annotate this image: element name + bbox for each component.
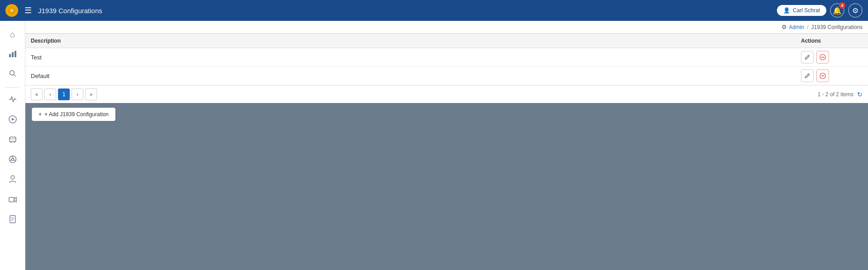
col-header-description: Description — [25, 34, 796, 48]
page-title: J1939 Configurations — [38, 7, 772, 15]
pagination-summary: 1 - 2 of 2 items — [818, 91, 854, 98]
pagination-controls: « ‹ 1 › » — [31, 88, 97, 100]
steering-wheel-icon — [9, 155, 17, 166]
svg-marker-7 — [12, 118, 14, 121]
add-j1939-configuration-button[interactable]: + + Add J1939 Configuration — [32, 108, 116, 121]
add-button-container: + + Add J1939 Configuration — [25, 103, 868, 121]
page-next-button[interactable]: › — [72, 88, 83, 100]
user-button[interactable]: 👤 Carl Schrat — [777, 5, 826, 16]
svg-rect-18 — [9, 197, 14, 202]
cell-description-1: Test — [25, 50, 796, 64]
delete-button-1[interactable] — [816, 51, 829, 64]
video-icon — [9, 196, 17, 205]
bus-icon — [9, 135, 17, 146]
add-button-label: + Add J1939 Configuration — [44, 111, 109, 118]
sidebar-item-play[interactable] — [4, 111, 22, 129]
top-nav-right: 👤 Carl Schrat 🔔 4 ⚙ — [777, 3, 863, 18]
table-row: Test — [25, 48, 868, 67]
svg-point-13 — [11, 158, 14, 160]
notifications-button[interactable]: 🔔 4 — [830, 3, 844, 18]
svg-rect-2 — [12, 52, 14, 57]
svg-point-4 — [10, 70, 14, 75]
notification-badge: 4 — [839, 2, 845, 9]
main-content: ⚙ Admin / J1939 Configurations Descripti… — [25, 21, 868, 270]
sidebar-item-bus[interactable] — [4, 131, 22, 149]
svg-point-17 — [11, 176, 14, 179]
table-header: Description Actions — [25, 34, 868, 48]
user-name: Carl Schrat — [793, 7, 820, 14]
svg-rect-8 — [10, 137, 16, 142]
col-header-actions: Actions — [796, 34, 868, 48]
refresh-icon[interactable]: ↻ — [857, 91, 863, 98]
global-settings-button[interactable]: ⚙ — [848, 3, 863, 18]
sidebar: ⌂ — [0, 21, 25, 270]
app-logo — [5, 4, 18, 17]
breadcrumb-separator: / — [807, 24, 808, 30]
svg-rect-3 — [14, 51, 16, 57]
delete-button-2[interactable] — [816, 69, 829, 82]
pagination-bar: « ‹ 1 › » 1 - 2 of 2 items ↻ — [25, 85, 868, 103]
home-icon: ⌂ — [10, 30, 15, 39]
sidebar-item-gauge[interactable] — [4, 151, 22, 169]
edit-button-1[interactable] — [801, 51, 814, 64]
svg-rect-1 — [9, 54, 11, 57]
user-icon: 👤 — [783, 7, 790, 14]
hamburger-button[interactable]: ☰ — [23, 4, 34, 17]
table-row: Default — [25, 67, 868, 85]
sidebar-item-search[interactable] — [4, 65, 22, 83]
page-number-button[interactable]: 1 — [58, 88, 70, 100]
svg-line-5 — [14, 74, 15, 76]
sidebar-item-home[interactable]: ⌂ — [4, 25, 22, 44]
plus-icon: + — [39, 111, 42, 118]
play-circle-icon — [9, 115, 17, 126]
cell-actions-2 — [796, 67, 868, 85]
svg-line-16 — [14, 160, 15, 161]
breadcrumb-gear-icon: ⚙ — [781, 24, 787, 30]
page-prev-button[interactable]: ‹ — [44, 88, 56, 100]
document-icon — [10, 215, 16, 226]
sidebar-item-document[interactable] — [4, 211, 22, 229]
pagination-info: 1 - 2 of 2 items ↻ — [818, 91, 863, 98]
pulse-icon — [9, 95, 17, 106]
sidebar-item-pulse[interactable] — [4, 91, 22, 109]
svg-line-15 — [10, 160, 11, 161]
content-panel: ⚙ Admin / J1939 Configurations Descripti… — [25, 21, 868, 103]
breadcrumb-current: J1939 Configurations — [811, 24, 863, 30]
svg-point-9 — [10, 141, 11, 142]
data-table: Description Actions Test — [25, 34, 868, 103]
breadcrumb: ⚙ Admin / J1939 Configurations — [25, 21, 868, 34]
sidebar-item-video[interactable] — [4, 191, 22, 209]
chart-icon — [9, 49, 17, 60]
breadcrumb-admin-link[interactable]: Admin — [789, 24, 804, 30]
search-icon — [9, 70, 16, 79]
cell-actions-1 — [796, 48, 868, 66]
svg-point-10 — [14, 141, 15, 142]
sidebar-item-person[interactable] — [4, 171, 22, 189]
page-first-button[interactable]: « — [31, 88, 43, 100]
top-nav: ☰ J1939 Configurations 👤 Carl Schrat 🔔 4… — [0, 0, 868, 21]
gear-icon: ⚙ — [852, 6, 858, 15]
main-layout: ⌂ — [0, 21, 868, 270]
sidebar-item-chart[interactable] — [4, 45, 22, 64]
cell-description-2: Default — [25, 69, 796, 83]
page-last-button[interactable]: » — [85, 88, 97, 100]
edit-button-2[interactable] — [801, 69, 814, 82]
person-icon — [9, 175, 16, 186]
sidebar-divider-1 — [5, 87, 20, 88]
